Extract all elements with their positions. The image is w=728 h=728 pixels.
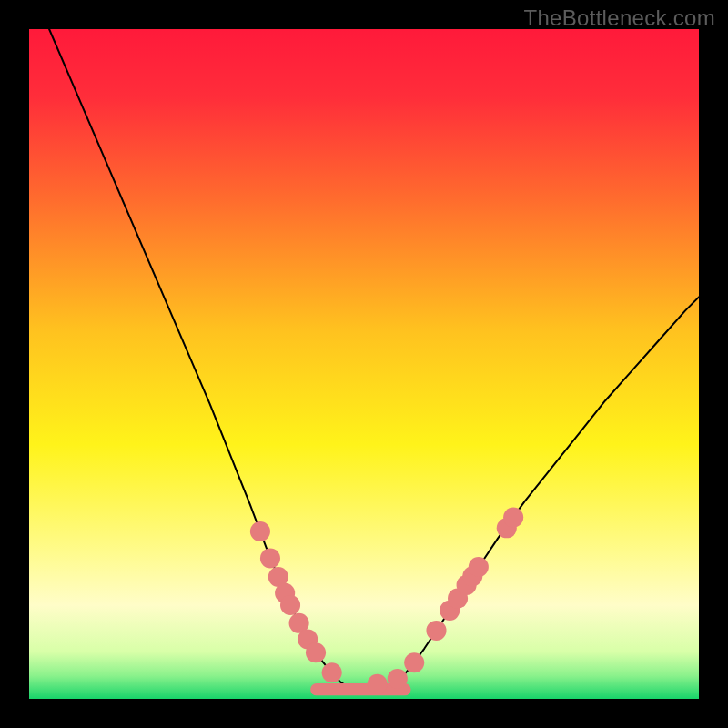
marker-point [250, 521, 270, 541]
marker-point [388, 669, 408, 689]
watermark-text: TheBottleneck.com [523, 5, 715, 31]
marker-point [280, 595, 300, 615]
marker-point [426, 621, 446, 641]
chart-svg [29, 29, 699, 699]
marker-point [306, 642, 326, 662]
marker-point [469, 557, 489, 577]
marker-point [368, 674, 388, 694]
chart-background-gradient [29, 29, 699, 699]
marker-point [322, 662, 342, 682]
chart-plot-area [29, 29, 699, 699]
marker-point [260, 548, 280, 568]
marker-point [404, 652, 424, 672]
marker-point [503, 508, 523, 528]
chart-stage: TheBottleneck.com [0, 0, 728, 728]
